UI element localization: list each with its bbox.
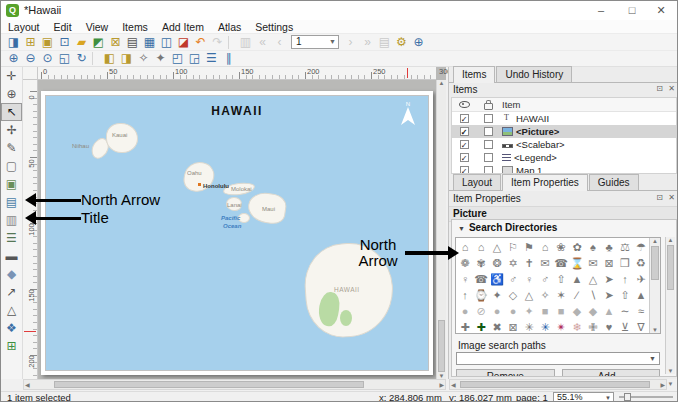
svg-symbol[interactable]: ✳ xyxy=(521,319,537,334)
svg-symbol[interactable]: ♀ xyxy=(521,271,537,287)
svg-symbol[interactable]: ∼ xyxy=(617,303,633,319)
scrollbar-thumb[interactable] xyxy=(460,381,650,388)
svg-symbol[interactable]: ✴ xyxy=(553,319,569,334)
svg-symbol[interactable]: △ xyxy=(521,287,537,303)
svg-symbol[interactable]: ◆ xyxy=(585,303,601,319)
toolbox-button[interactable]: ✛ xyxy=(1,67,22,85)
slider-thumb[interactable] xyxy=(624,393,631,401)
lock-checkbox[interactable] xyxy=(484,140,493,149)
toolbar-button[interactable]: ◪ xyxy=(175,35,192,50)
toolbox-button[interactable]: ☰ xyxy=(1,229,22,247)
toolbar-button[interactable]: › xyxy=(342,35,359,50)
svg-symbol[interactable]: ♠ xyxy=(585,239,601,255)
svg-symbol[interactable]: ♿ xyxy=(489,271,505,287)
scrollbar-thumb[interactable] xyxy=(54,381,364,388)
svg-symbol[interactable]: ▲ xyxy=(601,303,617,319)
svg-symbol[interactable]: ◇ xyxy=(505,287,521,303)
visibility-checkbox[interactable]: ✓ xyxy=(460,114,469,123)
toolbar-button[interactable]: ◱ xyxy=(56,51,73,66)
panel-tab[interactable]: Layout xyxy=(453,174,501,190)
lock-checkbox[interactable] xyxy=(484,166,493,174)
scroll-left-icon[interactable]: ◀ xyxy=(451,381,456,388)
svg-symbol[interactable]: ✉ xyxy=(537,255,553,271)
spinbox-dropdown-icon[interactable]: ▼ xyxy=(329,36,336,48)
layer-item-row[interactable]: ✓ <Legend> xyxy=(452,151,676,164)
svg-symbol[interactable]: ⌂ xyxy=(537,239,553,255)
lock-checkbox[interactable] xyxy=(484,153,493,162)
toolbar-button[interactable]: ✦ xyxy=(152,51,169,66)
toolbar-button[interactable]: ◧ xyxy=(101,51,118,66)
menu-item[interactable]: Edit xyxy=(47,21,79,33)
svg-symbol[interactable]: △ xyxy=(585,271,601,287)
svg-symbol[interactable]: ⊻ xyxy=(617,319,633,334)
panel-tab[interactable]: Item Properties xyxy=(502,174,588,191)
toolbox-button[interactable]: ▣ xyxy=(1,175,22,193)
layer-item-row[interactable]: ✓ HAWAII xyxy=(452,112,676,125)
toolbox-button[interactable]: ❖ xyxy=(1,319,22,337)
svg-symbol[interactable]: ✡ xyxy=(505,255,521,271)
zoom-slider[interactable] xyxy=(619,392,673,402)
svg-symbol[interactable]: ⊠ xyxy=(505,319,521,334)
svg-symbol[interactable]: ✦ xyxy=(521,303,537,319)
svg-symbol[interactable]: ✳ xyxy=(537,319,553,334)
svg-symbol[interactable]: ❂ xyxy=(489,255,505,271)
scrollbar-thumb[interactable] xyxy=(651,246,659,280)
zoom-level-combobox[interactable]: 55.1% ▼ xyxy=(553,392,614,402)
svg-symbol[interactable]: ⌂ xyxy=(457,239,473,255)
svg-symbol[interactable]: ⚐ xyxy=(505,239,521,255)
svg-symbol[interactable]: ≈ xyxy=(633,303,649,319)
svg-symbol[interactable]: ✈ xyxy=(633,271,649,287)
svg-symbol[interactable]: ❁ xyxy=(457,255,473,271)
svg-symbol[interactable]: ✿ xyxy=(569,239,585,255)
layer-item-row[interactable]: ✓ <Picture> xyxy=(452,125,676,138)
svg-symbol[interactable]: ✦ xyxy=(489,287,505,303)
toolbar-button[interactable]: ▰ xyxy=(73,35,90,50)
north-arrow-item[interactable]: N xyxy=(396,100,420,128)
svg-symbol[interactable]: ❄ xyxy=(569,319,585,334)
toolbox-button[interactable]: ✢ xyxy=(1,121,22,139)
svg-symbol[interactable]: ☎ xyxy=(473,271,489,287)
add-button[interactable]: Add... xyxy=(562,369,661,377)
toolbar-button[interactable] xyxy=(92,52,99,65)
svg-symbol[interactable]: ⊠ xyxy=(601,255,617,271)
toolbox-button[interactable]: ▬ xyxy=(1,247,22,265)
svg-symbol[interactable]: ♂ xyxy=(505,271,521,287)
maximize-button[interactable]: □ xyxy=(618,1,646,20)
toolbar-button[interactable]: ‹ xyxy=(271,35,288,50)
panel-tab[interactable]: Guides xyxy=(589,174,639,190)
scroll-right-icon[interactable]: ▶ xyxy=(660,381,665,388)
menu-item[interactable]: View xyxy=(79,21,116,33)
svg-symbol[interactable]: ✖ xyxy=(489,319,505,334)
svg-symbol[interactable]: ✾ xyxy=(473,255,489,271)
toolbox-button[interactable]: ✎ xyxy=(1,139,22,157)
svg-symbol[interactable]: ✉ xyxy=(585,255,601,271)
toolbox-button[interactable]: ↖ xyxy=(1,103,22,121)
svg-symbol[interactable]: ∖ xyxy=(585,287,601,303)
lock-checkbox[interactable] xyxy=(484,114,493,123)
properties-scrollbar[interactable]: ▲ ▼ xyxy=(665,237,675,374)
scroll-up-icon[interactable]: ▲ xyxy=(666,237,675,243)
svg-symbol[interactable]: △ xyxy=(489,239,505,255)
svg-symbol[interactable]: ♂ xyxy=(537,271,553,287)
svg-symbol[interactable]: ✚ xyxy=(473,319,489,334)
search-directories-section[interactable]: ▼Search Directories xyxy=(452,220,676,235)
svg-symbol[interactable]: ♣ xyxy=(601,239,617,255)
toolbar-button[interactable]: ↻ xyxy=(73,51,90,66)
svg-symbol[interactable]: ⇧ xyxy=(617,287,633,303)
scroll-up-icon[interactable]: ▲ xyxy=(650,238,660,244)
visibility-checkbox[interactable]: ✓ xyxy=(460,166,469,174)
canvas-content[interactable]: HAWAII NiihauKauaiOahuHonoluluMolokaiLan… xyxy=(38,80,436,379)
toolbox-button[interactable]: ⊕ xyxy=(1,85,22,103)
toolbar-button[interactable]: ◫ xyxy=(158,35,175,50)
atlas-page-spinbox[interactable]: 1 ▼ xyxy=(291,35,339,49)
menu-item[interactable]: Atlas xyxy=(211,21,248,33)
menu-item[interactable]: Add Item xyxy=(155,21,211,33)
layer-item-row[interactable]: ✓ Map 1 xyxy=(452,164,676,174)
svg-symbol[interactable]: ⚖ xyxy=(617,239,633,255)
svg-symbol[interactable]: ● xyxy=(505,303,521,319)
toolbox-button[interactable]: ▥ xyxy=(1,211,22,229)
panel-tab[interactable]: Undo History xyxy=(496,66,572,82)
toolbox-button[interactable]: ▢ xyxy=(1,157,22,175)
toolbar-button[interactable]: ↷ xyxy=(209,35,226,50)
toolbar-button[interactable]: ⊡ xyxy=(56,35,73,50)
